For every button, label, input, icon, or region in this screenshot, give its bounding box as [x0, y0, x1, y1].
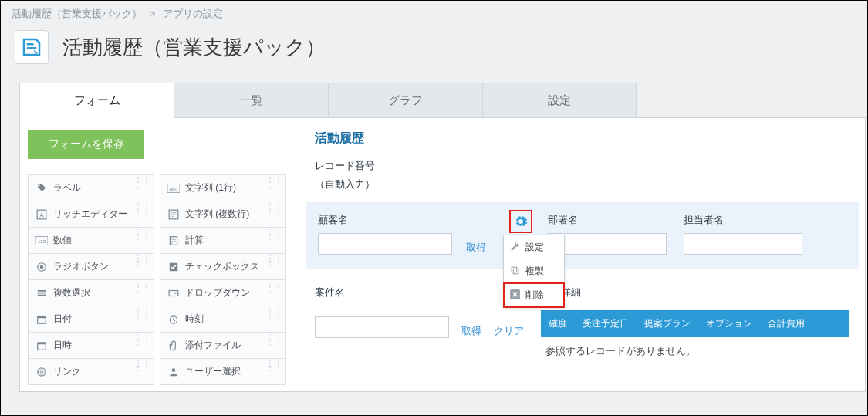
- crumb-current: アプリの設定: [163, 8, 223, 19]
- text-icon: ABC: [167, 181, 181, 195]
- svg-rect-14: [169, 290, 178, 296]
- col-opt: オプション: [698, 310, 760, 337]
- menu-settings[interactable]: 設定: [504, 235, 564, 259]
- svg-rect-12: [170, 236, 177, 245]
- field-calc[interactable]: 計算⋮⋮⋮⋮: [160, 227, 286, 254]
- subtable-header: 確度 受注予定日 提案プラン オプション 合計費用: [541, 310, 849, 337]
- dropdown-icon: [167, 286, 181, 300]
- tab-list[interactable]: 一覧: [174, 83, 328, 118]
- delete-icon: [510, 289, 520, 302]
- calendar-icon: [35, 339, 49, 353]
- number-icon: 123: [35, 234, 49, 248]
- svg-text:123: 123: [38, 238, 46, 243]
- calendar-icon: [35, 313, 49, 326]
- person-label: 担当者名: [684, 213, 802, 227]
- crumb-app[interactable]: 活動履歴（営業支援パック）: [12, 8, 142, 19]
- clock-icon: [167, 313, 181, 326]
- app-icon: [15, 30, 49, 64]
- tab-graph[interactable]: グラフ: [328, 83, 482, 118]
- col-total: 合計費用: [760, 310, 812, 337]
- left-panel: フォームを保存 ラベル⋮⋮⋮⋮ Aリッチエディター⋮⋮⋮⋮ 123数値⋮⋮⋮⋮ …: [20, 118, 299, 391]
- case-get-link[interactable]: 取得: [461, 324, 481, 338]
- case-input[interactable]: [315, 316, 449, 338]
- field-gear-button[interactable]: [509, 210, 532, 233]
- svg-text:ABC: ABC: [170, 186, 178, 191]
- selected-field-row[interactable]: 設定 複製 削除 顧客名 取得 部署名 担当者名: [306, 202, 859, 269]
- field-link[interactable]: リンク⋮⋮⋮⋮: [28, 358, 154, 385]
- tab-settings[interactable]: 設定: [482, 83, 637, 118]
- field-context-menu: 設定 複製 削除: [503, 235, 565, 308]
- menu-delete[interactable]: 削除: [503, 282, 565, 308]
- casedetail-label: 案件詳細: [541, 286, 849, 299]
- field-radio[interactable]: ラジオボタン⋮⋮⋮⋮: [28, 253, 154, 280]
- list-icon: [35, 286, 49, 300]
- field-attachment[interactable]: 添付ファイル⋮⋮⋮⋮: [160, 332, 286, 359]
- calc-icon: [167, 234, 181, 248]
- field-date[interactable]: 日付⋮⋮⋮⋮: [28, 306, 154, 333]
- col-plan: 提案プラン: [637, 310, 698, 337]
- field-datetime[interactable]: 日時⋮⋮⋮⋮: [28, 332, 154, 359]
- case-clear-link[interactable]: クリア: [494, 324, 524, 338]
- check-icon: [167, 260, 181, 274]
- recnum-label: レコード番号: [315, 159, 849, 173]
- subtable-empty: 参照するレコードがありません。: [541, 337, 849, 366]
- user-icon: [167, 365, 181, 379]
- field-number[interactable]: 123数値⋮⋮⋮⋮: [28, 227, 154, 254]
- case-label: 案件名: [315, 286, 524, 299]
- wrench-icon: [510, 242, 520, 254]
- letter-a-icon: A: [35, 208, 49, 222]
- form-preview: 活動履歴 レコード番号 （自動入力） 設定 複製 削除 顧客名 取得: [299, 118, 865, 391]
- field-time[interactable]: 時刻⋮⋮⋮⋮: [160, 306, 286, 333]
- tabs: フォーム 一覧 グラフ 設定: [19, 83, 849, 118]
- field-multiselect[interactable]: 複数選択⋮⋮⋮⋮: [28, 279, 154, 306]
- svg-rect-18: [512, 267, 517, 272]
- save-button[interactable]: フォームを保存: [28, 130, 144, 159]
- dept-input[interactable]: [548, 233, 667, 255]
- crumb-sep: >: [150, 8, 156, 19]
- field-checkbox[interactable]: チェックボックス⋮⋮⋮⋮: [160, 253, 286, 280]
- copy-icon: [510, 265, 520, 278]
- svg-rect-17: [513, 269, 518, 274]
- customer-get-link[interactable]: 取得: [466, 241, 486, 255]
- col-prob: 確度: [541, 310, 575, 337]
- field-dropdown[interactable]: ドロップダウン⋮⋮⋮⋮: [160, 279, 286, 306]
- page-title: 活動履歴（営業支援パック）: [62, 34, 326, 61]
- customer-label: 顧客名: [318, 213, 486, 227]
- tab-form[interactable]: フォーム: [19, 83, 174, 118]
- svg-text:A: A: [39, 211, 44, 218]
- menu-copy[interactable]: 複製: [504, 259, 564, 283]
- svg-point-5: [40, 265, 44, 269]
- field-rich[interactable]: Aリッチエディター⋮⋮⋮⋮: [28, 201, 154, 228]
- breadcrumb: 活動履歴（営業支援パック） > アプリの設定: [1, 1, 867, 22]
- person-input[interactable]: [684, 233, 802, 255]
- recnum-auto: （自動入力）: [315, 178, 849, 191]
- field-text[interactable]: ABC文字列 (1行)⋮⋮⋮⋮: [160, 174, 286, 201]
- svg-point-16: [172, 368, 176, 372]
- dept-label: 部署名: [548, 213, 667, 227]
- customer-input[interactable]: [318, 233, 452, 255]
- field-textarea[interactable]: 文字列 (複数行)⋮⋮⋮⋮: [160, 201, 286, 228]
- clip-icon: [167, 339, 181, 353]
- tag-icon: [35, 181, 49, 195]
- col-date: 受注予定日: [575, 310, 637, 337]
- section-title: 活動履歴: [315, 130, 849, 147]
- field-user[interactable]: ユーザー選択⋮⋮⋮⋮: [160, 358, 286, 385]
- field-label[interactable]: ラベル⋮⋮⋮⋮: [28, 174, 154, 201]
- lines-icon: [167, 208, 181, 222]
- globe-icon: [35, 365, 49, 379]
- radio-icon: [35, 260, 49, 274]
